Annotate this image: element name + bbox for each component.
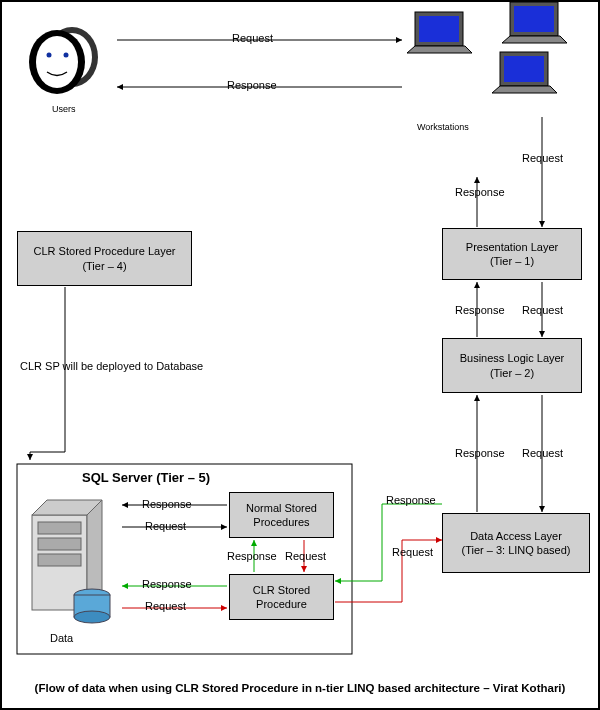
workstations-icon [407,2,567,93]
sql-server-title: SQL Server (Tier – 5) [82,470,210,485]
dal-sub: (Tier – 3: LINQ based) [461,543,570,557]
users-response-label: Response [227,79,277,91]
data-normal-request: Request [145,520,186,532]
users-icon [29,27,98,94]
clr-sp-l2: Procedure [256,597,307,611]
clr-sp-l1: CLR Stored [253,583,310,597]
data-label: Data [50,632,73,644]
clr-deploy-note: CLR SP will be deployed to Database [20,360,203,372]
svg-rect-25 [38,538,81,550]
business-title: Business Logic Layer [460,351,565,365]
clr-layer-title: CLR Stored Procedure Layer [34,244,176,258]
diagram-canvas: Users Workstations Request Response Requ… [0,0,600,710]
svg-point-3 [36,36,78,88]
normal-clr-request: Request [285,550,326,562]
data-normal-response: Response [142,498,192,510]
normal-sp-l2: Procedures [253,515,309,529]
data-clr-request: Request [145,600,186,612]
data-clr-response: Response [142,578,192,590]
normal-sp-l1: Normal Stored [246,501,317,515]
normal-sp-box: Normal Stored Procedures [229,492,334,538]
diagram-caption: (Flow of data when using CLR Stored Proc… [2,682,598,694]
presentation-title: Presentation Layer [466,240,558,254]
svg-rect-11 [504,56,544,82]
business-layer-box: Business Logic Layer (Tier – 2) [442,338,582,393]
dal-box: Data Access Layer (Tier – 3: LINQ based) [442,513,590,573]
users-label: Users [52,104,76,114]
pres-response-label: Response [455,304,505,316]
normal-clr-response: Response [227,550,277,562]
workstations-label: Workstations [417,122,469,132]
svg-rect-9 [514,6,554,32]
ws-request-label: Request [522,152,563,164]
ws-response-label: Response [455,186,505,198]
bus-request-label: Request [522,447,563,459]
clr-layer-box: CLR Stored Procedure Layer (Tier – 4) [17,231,192,286]
svg-rect-26 [38,554,81,566]
users-request-label: Request [232,32,273,44]
dal-clr-request: Request [392,546,433,558]
svg-rect-24 [38,522,81,534]
presentation-layer-box: Presentation Layer (Tier – 1) [442,228,582,280]
svg-point-4 [47,53,52,58]
svg-point-5 [64,53,69,58]
clr-layer-sub: (Tier – 4) [82,259,126,273]
dal-title: Data Access Layer [470,529,562,543]
svg-point-29 [74,611,110,623]
business-sub: (Tier – 2) [490,366,534,380]
clr-sp-box: CLR Stored Procedure [229,574,334,620]
dal-clr-response: Response [386,494,436,506]
presentation-sub: (Tier – 1) [490,254,534,268]
server-icon [32,500,110,623]
svg-rect-7 [419,16,459,42]
pres-request-label: Request [522,304,563,316]
bus-response-label: Response [455,447,505,459]
